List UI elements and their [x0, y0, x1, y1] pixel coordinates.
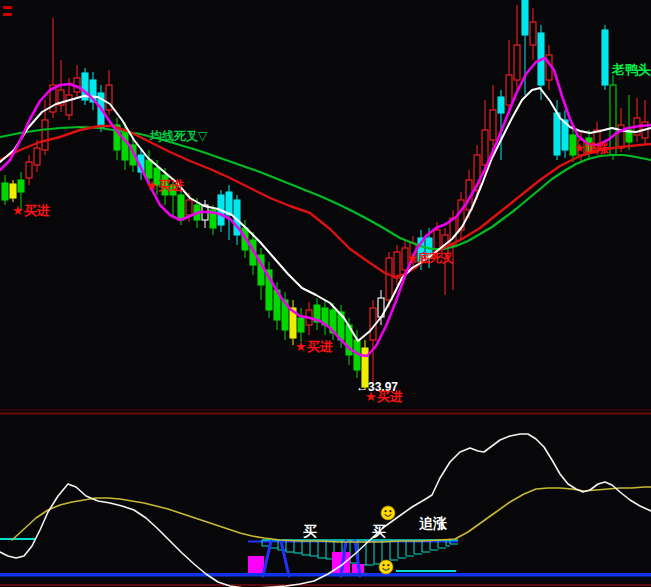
death-cross-label-1: 均线死叉▽ [149, 129, 208, 143]
kline-chart[interactable]: ★买进均线死叉▽★买进★买进←33.97★买进★底死叉★追涨老鸭头买买追涨 [0, 0, 651, 587]
candle-body [226, 192, 232, 215]
chase-signal: ★追涨 [574, 141, 610, 155]
candle-body [178, 195, 184, 220]
death-cross-label-2: ★底死叉 [407, 251, 454, 265]
buy-signal-4: ★买进 [365, 389, 403, 404]
chart-background [0, 0, 651, 587]
candle-body [66, 95, 72, 115]
indicator-buy-label-2: 买 [372, 523, 386, 539]
candle [602, 25, 608, 90]
candle-body [2, 183, 8, 200]
edge-mark [3, 6, 12, 9]
candle-body [34, 148, 40, 165]
smiley-eye [383, 564, 385, 566]
candle-body [498, 97, 504, 113]
candle-body [18, 180, 24, 192]
candle-body [386, 258, 392, 300]
candle-body [42, 120, 48, 150]
indicator-block [248, 556, 264, 574]
candle-body [186, 200, 192, 215]
smiley-eye [385, 510, 387, 512]
indicator-buy-label-1: 买 [303, 523, 317, 539]
smiley-icon-2 [379, 560, 393, 574]
candle-body [490, 110, 496, 140]
candle-body [146, 160, 152, 178]
candle-body [602, 30, 608, 85]
candle-body [394, 252, 400, 278]
candle-body [122, 130, 128, 160]
buy-signal-1: ★买进 [12, 203, 50, 218]
candle-body [10, 184, 16, 198]
candle-body [434, 230, 440, 250]
pattern-label-laoyatou: 老鸭头 [611, 62, 651, 77]
candle-body [514, 45, 520, 80]
candle-body [298, 318, 304, 332]
candle-body [482, 130, 488, 165]
kline-chart-svg[interactable]: ★买进均线死叉▽★买进★买进←33.97★买进★底死叉★追涨老鸭头买买追涨 [0, 0, 651, 587]
candle-body [554, 113, 560, 155]
buy-signal-2: ★买进 [146, 178, 184, 193]
buy-signal-3: ★买进 [295, 339, 333, 354]
candle [82, 68, 88, 105]
candle-body [506, 75, 512, 105]
candle-body [610, 85, 616, 155]
candle-body [522, 0, 528, 35]
smiley-face [381, 506, 395, 520]
smiley-face [379, 560, 393, 574]
candle [266, 262, 272, 318]
indicator-chase-label: 追涨 [419, 515, 447, 531]
candle-body [530, 22, 536, 45]
smiley-icon-1 [381, 506, 395, 520]
edge-mark [3, 13, 12, 16]
smiley-eye [389, 510, 391, 512]
candle-body [618, 125, 624, 148]
candle-body [26, 162, 32, 178]
smiley-eye [387, 564, 389, 566]
